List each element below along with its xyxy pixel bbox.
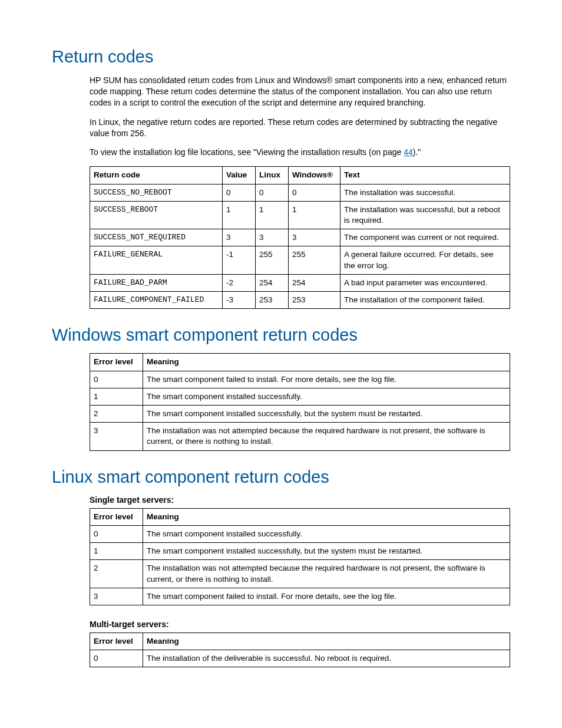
cell: 1 — [90, 388, 143, 405]
cell: SUCCESS_NOT_REQUIRED — [90, 229, 223, 246]
cell: The smart component failed to install. F… — [143, 588, 510, 605]
cell: The installation was successful, but a r… — [340, 201, 510, 229]
table-header-row: Error level Meaning — [90, 633, 510, 650]
cell: 0 — [223, 184, 256, 201]
table-row: SUCCESS_REBOOT 1 1 1 The installation wa… — [90, 201, 510, 229]
cell: The installation of the component failed… — [340, 292, 510, 309]
cell: 1 — [90, 543, 143, 560]
cell: The installation was successful. — [340, 184, 510, 201]
cell: 1 — [256, 201, 289, 229]
table-header-row: Error level Meaning — [90, 508, 510, 525]
heading-windows: Windows smart component return codes — [52, 325, 510, 345]
text: To view the installation log file locati… — [90, 147, 404, 157]
table-row: SUCCESS_NO_REBOOT 0 0 0 The installation… — [90, 184, 510, 201]
table-header-row: Return code Value Linux Windows® Text — [90, 167, 510, 184]
table-row: 1The smart component installed successfu… — [90, 543, 510, 560]
cell: 3 — [256, 229, 289, 246]
col-error-level: Error level — [90, 508, 143, 525]
col-text: Text — [340, 167, 510, 184]
cell: The installation was not attempted becau… — [143, 423, 510, 450]
cell: 254 — [289, 274, 340, 291]
cell: FAILURE_COMPONENT_FAILED — [90, 292, 223, 309]
subhead-single-target: Single target servers: — [90, 495, 510, 505]
cell: 0 — [90, 650, 143, 667]
cell: 2 — [90, 560, 143, 588]
table-header-row: Error level Meaning — [90, 354, 510, 371]
cell: The installation of the deliverable is s… — [143, 650, 510, 667]
cell: FAILURE_BAD_PARM — [90, 274, 223, 291]
cell: The smart component failed to install. F… — [143, 371, 510, 388]
table-row: 0The smart component failed to install. … — [90, 371, 510, 388]
cell: The smart component installed successful… — [143, 543, 510, 560]
cell: SUCCESS_REBOOT — [90, 201, 223, 229]
paragraph-linux-note: In Linux, the negative return codes are … — [90, 117, 510, 139]
cell: 255 — [289, 246, 340, 274]
cell: 3 — [90, 423, 143, 450]
col-return-code: Return code — [90, 167, 223, 184]
cell: 0 — [256, 184, 289, 201]
table-windows-codes: Error level Meaning 0The smart component… — [90, 353, 510, 450]
col-windows: Windows® — [289, 167, 340, 184]
cell: 1 — [223, 201, 256, 229]
cell: 3 — [223, 229, 256, 246]
cell: 3 — [289, 229, 340, 246]
cell: The component was current or not require… — [340, 229, 510, 246]
cell: A general failure occurred. For details,… — [340, 246, 510, 274]
col-value: Value — [223, 167, 256, 184]
cell: 3 — [90, 588, 143, 605]
table-row: 2The installation was not attempted beca… — [90, 560, 510, 588]
col-meaning: Meaning — [143, 508, 510, 525]
cell: The smart component installed successful… — [143, 525, 510, 542]
cell: 0 — [90, 371, 143, 388]
table-row: FAILURE_COMPONENT_FAILED -3 253 253 The … — [90, 292, 510, 309]
heading-linux: Linux smart component return codes — [52, 467, 510, 487]
subhead-multi-target: Multi-target servers: — [90, 620, 510, 629]
cell: -1 — [223, 246, 256, 274]
heading-return-codes: Return codes — [52, 47, 510, 67]
cell: The smart component installed successful… — [143, 388, 510, 405]
cell: The installation was not attempted becau… — [143, 560, 510, 588]
col-error-level: Error level — [90, 354, 143, 371]
cell: 2 — [90, 405, 143, 422]
cell: 255 — [256, 246, 289, 274]
table-row: SUCCESS_NOT_REQUIRED 3 3 3 The component… — [90, 229, 510, 246]
cell: 0 — [289, 184, 340, 201]
table-linux-multi: Error level Meaning 0The installation of… — [90, 633, 510, 667]
cell: A bad input parameter was encountered. — [340, 274, 510, 291]
cell: -3 — [223, 292, 256, 309]
cell: 253 — [256, 292, 289, 309]
page-link-44[interactable]: 44 — [404, 147, 413, 157]
cell: SUCCESS_NO_REBOOT — [90, 184, 223, 201]
col-meaning: Meaning — [143, 354, 510, 371]
col-error-level: Error level — [90, 633, 143, 650]
table-row: FAILURE_BAD_PARM -2 254 254 A bad input … — [90, 274, 510, 291]
table-row: 1The smart component installed successfu… — [90, 388, 510, 405]
cell: FAILURE_GENERAL — [90, 246, 223, 274]
table-row: 0The smart component installed successfu… — [90, 525, 510, 542]
cell: 0 — [90, 525, 143, 542]
table-row: 2The smart component installed successfu… — [90, 405, 510, 422]
text: )." — [413, 147, 421, 157]
cell: -2 — [223, 274, 256, 291]
cell: 254 — [256, 274, 289, 291]
col-meaning: Meaning — [143, 633, 510, 650]
col-linux: Linux — [256, 167, 289, 184]
cell: The smart component installed successful… — [143, 405, 510, 422]
table-row: 0The installation of the deliverable is … — [90, 650, 510, 667]
paragraph-log-ref: To view the installation log file locati… — [90, 147, 510, 158]
table-return-codes: Return code Value Linux Windows® Text SU… — [90, 166, 510, 309]
table-row: 3The installation was not attempted beca… — [90, 423, 510, 450]
paragraph-intro: HP SUM has consolidated return codes fro… — [90, 75, 510, 108]
table-row: 3The smart component failed to install. … — [90, 588, 510, 605]
table-linux-single: Error level Meaning 0The smart component… — [90, 508, 510, 605]
table-row: FAILURE_GENERAL -1 255 255 A general fai… — [90, 246, 510, 274]
cell: 253 — [289, 292, 340, 309]
cell: 1 — [289, 201, 340, 229]
